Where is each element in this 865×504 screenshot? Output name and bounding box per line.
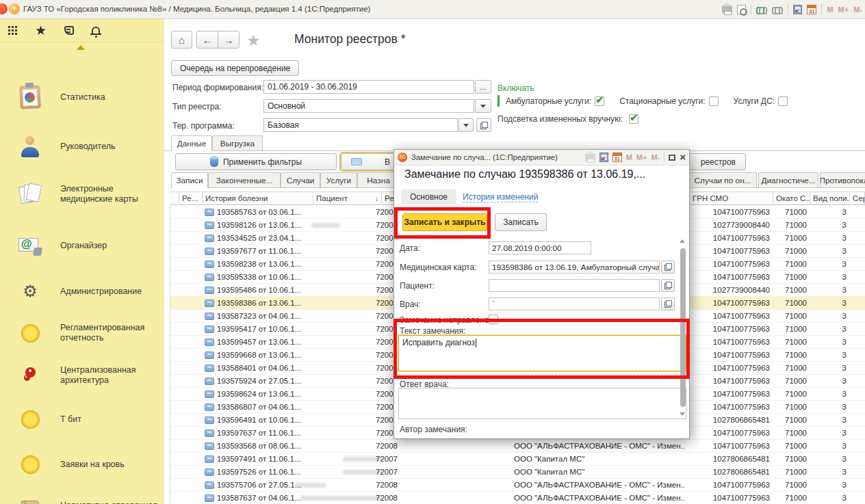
doctor-open-button[interactable] bbox=[661, 297, 675, 310]
doctor-reply-area[interactable] bbox=[398, 388, 686, 419]
requeue-button[interactable]: Очередь на перепроведение bbox=[171, 60, 299, 76]
sidebar-item-label: Администрирование bbox=[60, 287, 160, 297]
history-icon[interactable] bbox=[64, 26, 74, 35]
dialog-calculator-icon[interactable] bbox=[599, 152, 608, 162]
territory-program-dropdown-button[interactable] bbox=[459, 118, 474, 132]
policy-kind: 3 bbox=[814, 440, 847, 453]
sidebar-item-emr[interactable]: Электронные медицинские карты bbox=[0, 174, 164, 214]
column-header-0[interactable] bbox=[170, 191, 179, 205]
checkbox[interactable] bbox=[595, 96, 604, 106]
highlight-checkbox[interactable] bbox=[629, 114, 638, 124]
favorite-star-icon[interactable]: ★ bbox=[246, 31, 261, 50]
table-tab-right-2[interactable]: Противопока bbox=[820, 172, 865, 188]
print-preview-icon[interactable] bbox=[737, 5, 746, 14]
period-choose-button[interactable]: ... bbox=[475, 80, 491, 94]
table-row[interactable]: ~193587637 от 04.06.1...72008ООО "АЛЬФАС… bbox=[170, 492, 865, 504]
go-to-link-icon[interactable] bbox=[756, 6, 767, 13]
home-button[interactable]: ⌂ bbox=[171, 31, 192, 49]
table-tab-2[interactable]: Случаи bbox=[281, 172, 320, 188]
dialog-tab-main[interactable]: Основное bbox=[401, 189, 456, 204]
remark-text-area[interactable]: Исправить диагноз bbox=[398, 335, 686, 371]
column-header-6[interactable]: ГРН СМО bbox=[690, 191, 773, 205]
table-tab-right-0[interactable]: Случаи по он... bbox=[688, 172, 757, 188]
memory-mminus-button[interactable]: M- bbox=[853, 5, 862, 14]
medcard-open-button[interactable] bbox=[661, 261, 675, 274]
sidebar-item-administration[interactable]: ⚙Администрирование bbox=[0, 271, 164, 311]
favorites-icon[interactable]: ★ bbox=[35, 26, 47, 36]
registry-type-dropdown-button[interactable] bbox=[475, 99, 491, 113]
table-tab-right-1[interactable]: Диагностиче... bbox=[758, 172, 818, 188]
save-button[interactable]: Записать bbox=[495, 213, 547, 231]
calendar-icon[interactable]: 31 bbox=[807, 5, 816, 14]
dialog-scroll-down-icon[interactable] bbox=[680, 412, 685, 416]
table-row[interactable]: ~193597491 от 11.06.1...72007ООО "Капита… bbox=[170, 453, 865, 466]
get-link-icon[interactable] bbox=[772, 6, 783, 13]
grn-smo: 1047100775963 bbox=[690, 479, 770, 492]
tab-data[interactable]: Данные bbox=[171, 135, 212, 151]
main-menu-icon[interactable]: ▾ bbox=[9, 3, 20, 14]
print-icon[interactable] bbox=[722, 5, 732, 14]
territory-program-open-button[interactable] bbox=[476, 118, 491, 132]
apply-filters-button[interactable]: Применить фильтры bbox=[175, 153, 337, 170]
table-tab-1[interactable]: Законченные... bbox=[208, 172, 281, 188]
patient-open-button[interactable] bbox=[661, 279, 675, 292]
dialog-tab-history-link[interactable]: История изменений bbox=[463, 192, 538, 202]
registry-type-select[interactable]: Основной bbox=[263, 99, 474, 113]
column-header-9[interactable]: Серия bbox=[850, 191, 865, 205]
column-header-1[interactable]: Ре... bbox=[179, 191, 203, 205]
form-splitter[interactable] bbox=[398, 374, 686, 375]
doctor-input[interactable]: ` bbox=[489, 297, 660, 310]
tab-export[interactable]: Выгрузка bbox=[212, 135, 263, 151]
table-row[interactable]: ~193575706 от 27.05.1...72008ООО "АЛЬФАС… bbox=[170, 479, 865, 492]
policy-kind: 3 bbox=[814, 375, 847, 388]
back-button[interactable]: ← bbox=[196, 31, 218, 49]
column-header-3[interactable]: Пациент↓ bbox=[313, 191, 382, 205]
sidebar-item-miac-reference[interactable]: Нормативно справочная информация для МИА… bbox=[0, 491, 164, 504]
sidebar-item-organizer[interactable]: Органайзер bbox=[0, 226, 164, 265]
include-label: Включать bbox=[498, 83, 534, 93]
checkbox[interactable] bbox=[778, 96, 788, 106]
coin-icon bbox=[22, 325, 39, 342]
dialog-scrollbar[interactable] bbox=[680, 248, 686, 407]
table-row[interactable]: ~193597526 от 11.06.1...72007ООО "Капита… bbox=[170, 466, 865, 479]
checkbox[interactable] bbox=[709, 96, 719, 106]
date-input[interactable]: 27.08.2019 0:00:00 bbox=[489, 241, 591, 254]
column-header-7[interactable]: Окато С... bbox=[773, 191, 810, 205]
column-header-8[interactable]: Вид поли... bbox=[810, 191, 850, 205]
table-row[interactable]: ~193593568 от 08.06.1...72008ООО "АЛЬФАС… bbox=[170, 440, 865, 453]
sidebar-item-central-architecture[interactable]: Централизованная архитектура bbox=[0, 356, 164, 395]
dialog-memory-m[interactable]: M bbox=[626, 153, 632, 161]
dialog-maximize-icon[interactable] bbox=[669, 155, 675, 161]
sidebar-item-blood-requests[interactable]: Заявки на кровь bbox=[0, 445, 164, 484]
grn-smo: 1047100775963 bbox=[690, 375, 770, 388]
table-tab-0[interactable]: Записи bbox=[171, 172, 208, 188]
period-input[interactable]: 01.06.2019 - 30.06.2019 bbox=[263, 80, 474, 94]
territory-program-select[interactable]: Базовая bbox=[263, 118, 458, 132]
memory-m-button[interactable]: M bbox=[827, 5, 833, 14]
sidebar-item-statistics[interactable]: Статистика bbox=[0, 77, 164, 117]
sidebar-item-manager[interactable]: Руководитель bbox=[0, 127, 164, 166]
dialog-calendar-icon[interactable]: 31 bbox=[612, 152, 622, 162]
dialog-memory-mminus[interactable]: M- bbox=[651, 153, 660, 161]
remark-fixed-checkbox[interactable] bbox=[489, 315, 498, 324]
memory-mplus-button[interactable]: M+ bbox=[838, 5, 849, 14]
remark-dialog-titlebar[interactable]: 1С Замечание по случа... (1С:Предприятие… bbox=[394, 150, 689, 165]
dialog-close-icon[interactable]: × bbox=[680, 154, 686, 161]
sidebar-item-regulated-reports[interactable]: Регламентированная отчетность bbox=[0, 313, 164, 353]
medcard-input[interactable]: 193598386 от 13.06.19, Амбулаторный случ… bbox=[489, 261, 660, 274]
dialog-memory-mplus[interactable]: M+ bbox=[636, 153, 647, 161]
sidebar-scroll-up-icon[interactable] bbox=[77, 45, 85, 50]
calculator-icon[interactable] bbox=[793, 5, 802, 14]
column-header-2[interactable]: История болезни bbox=[203, 191, 313, 205]
table-tab-3[interactable]: Услуги bbox=[320, 172, 357, 188]
sidebar-item-tbit[interactable]: Т бит bbox=[0, 399, 164, 439]
notifications-bell-icon[interactable] bbox=[92, 27, 100, 34]
save-and-close-button[interactable]: Записать и закрыть bbox=[402, 213, 487, 231]
grn-smo: 1047100775963 bbox=[690, 232, 770, 245]
all-functions-menu-icon[interactable] bbox=[8, 26, 17, 35]
forward-button[interactable]: → bbox=[218, 31, 240, 49]
window-title: ГАУЗ ТО «Городская поликлиника №8» / Мед… bbox=[23, 5, 370, 13]
dialog-scroll-up-icon[interactable] bbox=[680, 239, 685, 243]
dialog-print-icon[interactable] bbox=[585, 153, 595, 161]
patient-input[interactable] bbox=[489, 279, 660, 292]
